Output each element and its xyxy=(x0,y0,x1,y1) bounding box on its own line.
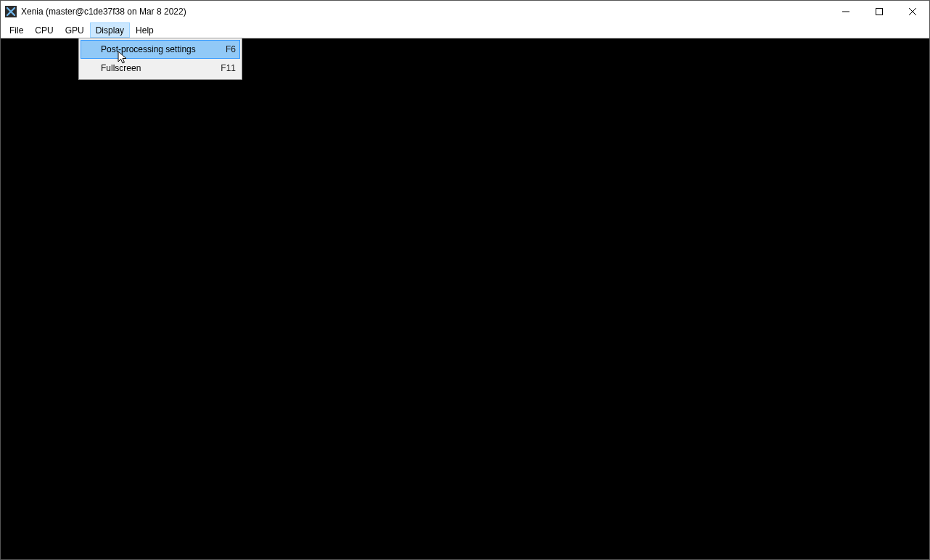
menu-gpu[interactable]: GPU xyxy=(59,22,90,38)
close-button[interactable] xyxy=(896,1,929,22)
menuitem-shortcut: F11 xyxy=(221,63,236,73)
menu-cpu[interactable]: CPU xyxy=(29,22,59,38)
menu-bar: File CPU GPU Display Help xyxy=(1,22,929,38)
maximize-button[interactable] xyxy=(863,1,896,22)
viewport xyxy=(1,38,929,559)
app-icon xyxy=(5,6,17,17)
menu-label: GPU xyxy=(65,25,84,36)
menu-label: Help xyxy=(136,25,154,36)
minimize-button[interactable] xyxy=(829,1,863,22)
menuitem-fullscreen[interactable]: Fullscreen F11 xyxy=(81,59,240,78)
window-title: Xenia (master@c1de37f38 on Mar 8 2022) xyxy=(21,7,186,17)
menu-label: CPU xyxy=(35,25,53,36)
menu-label: Display xyxy=(96,25,124,36)
app-window: Xenia (master@c1de37f38 on Mar 8 2022) F… xyxy=(0,0,930,560)
window-controls xyxy=(829,1,929,22)
menu-display[interactable]: Display xyxy=(90,22,130,38)
menu-label: File xyxy=(9,25,23,36)
menu-file[interactable]: File xyxy=(4,22,29,38)
display-dropdown: Post-processing settings F6 Fullscreen F… xyxy=(78,38,242,80)
menuitem-label: Fullscreen xyxy=(101,63,213,73)
menuitem-post-processing-settings[interactable]: Post-processing settings F6 xyxy=(81,40,240,59)
menuitem-label: Post-processing settings xyxy=(101,44,218,54)
title-bar[interactable]: Xenia (master@c1de37f38 on Mar 8 2022) xyxy=(1,1,929,22)
menuitem-shortcut: F6 xyxy=(226,44,236,54)
menu-help[interactable]: Help xyxy=(130,22,160,38)
svg-rect-1 xyxy=(876,9,883,15)
